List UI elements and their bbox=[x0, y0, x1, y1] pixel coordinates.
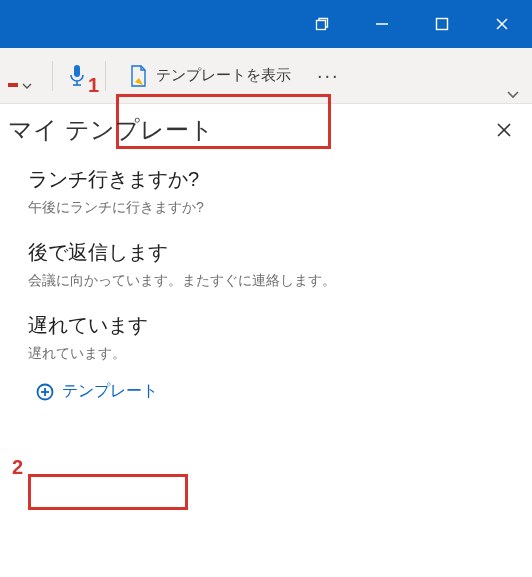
minimize-icon bbox=[374, 16, 390, 32]
callout-number-1: 1 bbox=[88, 74, 99, 97]
add-template-button[interactable]: テンプレート bbox=[28, 375, 166, 408]
pane-header: マイ テンプレート bbox=[8, 114, 524, 152]
close-window-button[interactable] bbox=[472, 0, 532, 48]
restore-icon bbox=[314, 16, 330, 32]
close-icon bbox=[494, 16, 510, 32]
callout-box-2 bbox=[28, 474, 188, 510]
restore-down-button[interactable] bbox=[292, 0, 352, 48]
dictate-button[interactable] bbox=[63, 62, 91, 90]
show-templates-button[interactable]: テンプレートを表示 bbox=[116, 56, 303, 96]
maximize-button[interactable] bbox=[412, 0, 472, 48]
template-list: ランチ行きますか? 午後にランチに行きますか? 後で返信します 会議に向かってい… bbox=[8, 152, 524, 375]
svg-rect-0 bbox=[317, 21, 326, 30]
template-page-icon bbox=[128, 65, 148, 87]
template-item-title: 遅れています bbox=[28, 312, 520, 339]
chevron-down-icon[interactable] bbox=[22, 81, 32, 91]
separator bbox=[52, 61, 53, 91]
separator bbox=[105, 61, 106, 91]
collapse-ribbon-chevron-icon[interactable] bbox=[506, 89, 520, 99]
maximize-icon bbox=[434, 16, 450, 32]
template-item[interactable]: 遅れています 遅れています。 bbox=[28, 302, 520, 375]
pane-title: マイ テンプレート bbox=[8, 114, 214, 146]
template-item-body: 午後にランチに行きますか? bbox=[28, 199, 520, 217]
pane-close-button[interactable] bbox=[490, 116, 518, 144]
template-item[interactable]: 後で返信します 会議に向かっています。またすぐに連絡します。 bbox=[28, 229, 520, 302]
template-item[interactable]: ランチ行きますか? 午後にランチに行きますか? bbox=[28, 156, 520, 229]
more-commands-button[interactable]: ··· bbox=[317, 64, 340, 87]
font-color-swatch[interactable] bbox=[8, 83, 18, 87]
template-item-body: 会議に向かっています。またすぐに連絡します。 bbox=[28, 272, 520, 290]
svg-rect-5 bbox=[74, 65, 80, 77]
microphone-icon bbox=[67, 63, 87, 89]
template-item-title: ランチ行きますか? bbox=[28, 166, 520, 193]
plus-circle-icon bbox=[36, 383, 54, 401]
close-icon bbox=[496, 122, 512, 138]
minimize-button[interactable] bbox=[352, 0, 412, 48]
my-templates-pane: マイ テンプレート ランチ行きますか? 午後にランチに行きますか? 後で返信しま… bbox=[0, 104, 532, 408]
ribbon-toolbar: テンプレートを表示 ··· bbox=[0, 48, 532, 104]
callout-number-2: 2 bbox=[12, 456, 23, 479]
svg-rect-2 bbox=[437, 19, 448, 30]
template-item-body: 遅れています。 bbox=[28, 345, 520, 363]
window-titlebar bbox=[0, 0, 532, 48]
show-templates-label: テンプレートを表示 bbox=[156, 66, 291, 85]
template-item-title: 後で返信します bbox=[28, 239, 520, 266]
add-template-label: テンプレート bbox=[62, 381, 158, 402]
